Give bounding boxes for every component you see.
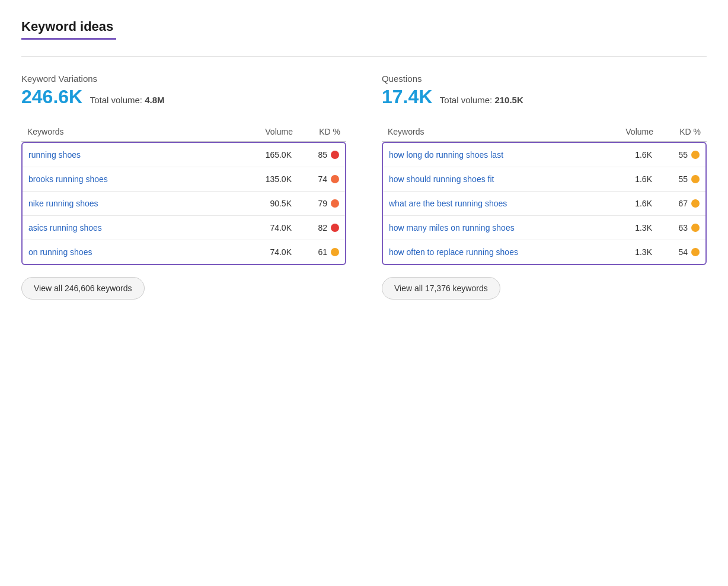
- questions-column: Questions 17.4K Total volume: 210.5K Key…: [382, 74, 707, 300]
- variations-col-volume: Volume: [245, 127, 293, 136]
- view-all-variations-button[interactable]: View all 246,606 keywords: [21, 277, 145, 300]
- variations-col-keywords: Keywords: [27, 127, 245, 136]
- kd-value: 79: [318, 199, 327, 208]
- questions-col-kd: KD %: [653, 127, 701, 136]
- keyword-link[interactable]: on running shoes: [28, 247, 244, 257]
- kd-cell: 79: [292, 199, 339, 208]
- table-row: how should running shoes fit1.6K55: [383, 167, 705, 192]
- keyword-link[interactable]: how many miles on running shoes: [389, 223, 605, 233]
- kd-cell: 67: [652, 199, 700, 208]
- volume-cell: 90.5K: [244, 199, 292, 208]
- variations-count: 246.6K: [21, 86, 82, 107]
- keyword-link[interactable]: running shoes: [28, 150, 244, 160]
- table-row: what are the best running shoes1.6K67: [383, 192, 705, 216]
- variations-table-header: Keywords Volume KD %: [21, 122, 346, 142]
- kd-value: 85: [318, 150, 327, 160]
- keyword-link[interactable]: how should running shoes fit: [389, 174, 605, 184]
- keyword-link[interactable]: what are the best running shoes: [389, 199, 605, 208]
- volume-cell: 1.6K: [605, 150, 652, 160]
- variations-table: running shoes165.0K85brooks running shoe…: [21, 142, 346, 265]
- volume-cell: 165.0K: [244, 150, 292, 160]
- volume-cell: 74.0K: [244, 223, 292, 233]
- table-row: how many miles on running shoes1.3K63: [383, 216, 705, 240]
- variations-stats: 246.6K Total volume: 4.8M: [21, 86, 346, 108]
- volume-cell: 1.3K: [605, 247, 652, 257]
- variations-total-volume: Total volume: 4.8M: [90, 95, 165, 105]
- keyword-link[interactable]: how long do running shoes last: [389, 150, 605, 160]
- view-all-questions-button[interactable]: View all 17,376 keywords: [382, 277, 500, 300]
- section-divider: [21, 56, 707, 57]
- variations-column: Keyword Variations 246.6K Total volume: …: [21, 74, 346, 300]
- questions-col-keywords: Keywords: [388, 127, 606, 136]
- questions-count: 17.4K: [382, 86, 432, 107]
- kd-dot: [691, 199, 700, 208]
- volume-cell: 1.3K: [605, 223, 652, 233]
- kd-dot: [691, 175, 700, 183]
- kd-cell: 63: [652, 223, 700, 233]
- questions-col-volume: Volume: [606, 127, 653, 136]
- table-row: brooks running shoes135.0K74: [23, 167, 345, 192]
- table-row: on running shoes74.0K61: [23, 240, 345, 264]
- volume-cell: 135.0K: [244, 174, 292, 184]
- keyword-link[interactable]: brooks running shoes: [28, 174, 244, 184]
- kd-dot: [331, 151, 339, 159]
- kd-value: 55: [678, 174, 688, 184]
- kd-cell: 55: [652, 150, 700, 160]
- kd-value: 63: [678, 223, 688, 233]
- kd-dot: [331, 175, 339, 183]
- questions-total-volume: Total volume: 210.5K: [440, 95, 523, 105]
- kd-dot: [691, 224, 700, 232]
- kd-value: 54: [678, 247, 688, 257]
- keyword-link[interactable]: how often to replace running shoes: [389, 247, 605, 257]
- kd-value: 82: [318, 223, 327, 233]
- table-row: how long do running shoes last1.6K55: [383, 143, 705, 167]
- table-row: running shoes165.0K85: [23, 143, 345, 167]
- questions-table: how long do running shoes last1.6K55how …: [382, 142, 707, 265]
- questions-table-header: Keywords Volume KD %: [382, 122, 707, 142]
- kd-dot: [331, 224, 339, 232]
- volume-cell: 74.0K: [244, 247, 292, 257]
- kd-value: 67: [678, 199, 688, 208]
- kd-cell: 61: [292, 247, 339, 257]
- kd-cell: 85: [292, 150, 339, 160]
- kd-cell: 54: [652, 247, 700, 257]
- kd-cell: 82: [292, 223, 339, 233]
- keyword-link[interactable]: nike running shoes: [28, 199, 244, 208]
- table-row: asics running shoes74.0K82: [23, 216, 345, 240]
- volume-cell: 1.6K: [605, 174, 652, 184]
- kd-dot: [331, 248, 339, 256]
- kd-value: 74: [318, 174, 327, 184]
- kd-dot: [331, 199, 339, 208]
- questions-stats: 17.4K Total volume: 210.5K: [382, 86, 707, 108]
- page-title: Keyword ideas: [21, 19, 707, 34]
- two-column-layout: Keyword Variations 246.6K Total volume: …: [21, 74, 707, 300]
- kd-value: 55: [678, 150, 688, 160]
- variations-col-kd: KD %: [293, 127, 340, 136]
- volume-cell: 1.6K: [605, 199, 652, 208]
- questions-section-label: Questions: [382, 74, 707, 84]
- table-row: nike running shoes90.5K79: [23, 192, 345, 216]
- keyword-link[interactable]: asics running shoes: [28, 223, 244, 233]
- kd-cell: 74: [292, 174, 339, 184]
- table-row: how often to replace running shoes1.3K54: [383, 240, 705, 264]
- title-underline: [21, 38, 116, 40]
- kd-dot: [691, 248, 700, 256]
- kd-cell: 55: [652, 174, 700, 184]
- variations-section-label: Keyword Variations: [21, 74, 346, 84]
- kd-value: 61: [318, 247, 327, 257]
- kd-dot: [691, 151, 700, 159]
